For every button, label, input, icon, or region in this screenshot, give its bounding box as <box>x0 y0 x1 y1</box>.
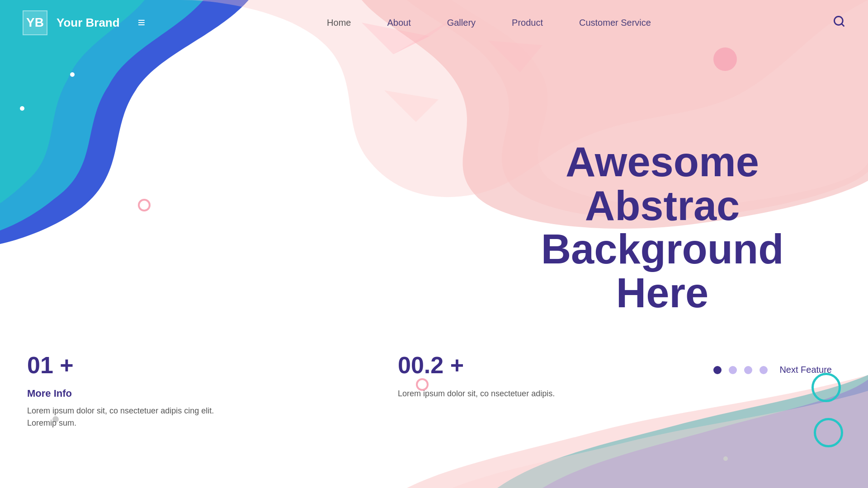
pagination-dot-2[interactable] <box>729 366 737 374</box>
nav-link-gallery[interactable]: Gallery <box>447 18 476 28</box>
logo-letters: YB <box>26 15 44 30</box>
hero-title: Awesome Abstrac Background Here <box>493 140 832 314</box>
logo-box: YB <box>23 10 47 35</box>
stat-item-1: 01 + More Info Lorem ipsum dolor sit, co… <box>27 352 217 429</box>
stat-desc-1: Lorem ipsum dolor sit, co nsectetuer adi… <box>27 405 217 429</box>
decorative-dot-bottom2 <box>723 456 728 461</box>
navbar-links: Home About Gallery Product Customer Serv… <box>327 18 651 28</box>
decorative-circle <box>176 138 193 155</box>
nav-link-home[interactable]: Home <box>327 18 351 28</box>
hero-content: Awesome Abstrac Background Here <box>493 140 832 314</box>
decorative-dot <box>340 87 345 92</box>
nav-link-customer-service[interactable]: Customer Service <box>579 18 651 28</box>
stats-section: 01 + More Info Lorem ipsum dolor sit, co… <box>27 352 555 429</box>
stat-number-1: 01 + <box>27 352 217 379</box>
decorative-dot <box>172 84 176 88</box>
next-feature-label[interactable]: Next Feature <box>779 365 832 375</box>
stat-desc-2: Lorem ipsum dolor sit, co nsectetuer adi… <box>398 388 555 400</box>
brand-name: Your Brand <box>57 16 120 30</box>
svg-line-1 <box>841 23 844 26</box>
stat-label-1: More Info <box>27 388 217 399</box>
stat-item-2: 00.2 + Lorem ipsum dolor sit, co nsectet… <box>398 352 555 400</box>
nav-link-product[interactable]: Product <box>512 18 543 28</box>
decorative-dot <box>20 106 24 111</box>
pink-circle-top <box>713 47 737 71</box>
decorative-circle <box>240 72 253 86</box>
hamburger-menu[interactable]: ≡ <box>138 15 145 30</box>
pagination-dot-1[interactable] <box>713 366 722 374</box>
navbar: YB Your Brand ≡ Home About Gallery Produ… <box>0 0 868 45</box>
navbar-brand: YB Your Brand ≡ <box>23 10 145 35</box>
pagination-dot-4[interactable] <box>760 366 768 374</box>
decorative-dot <box>70 72 75 77</box>
pink-circle-mid <box>138 199 151 211</box>
stat-number-2: 00.2 + <box>398 352 555 379</box>
teal-circle-1 <box>811 373 841 402</box>
hero-title-line2: Background Here <box>541 226 784 316</box>
pagination: Next Feature <box>713 365 832 375</box>
pagination-dot-3[interactable] <box>744 366 752 374</box>
teal-circle-2 <box>814 418 843 447</box>
nav-link-about[interactable]: About <box>387 18 410 28</box>
search-icon[interactable] <box>833 15 845 30</box>
hero-title-line1: Awesome Abstrac <box>566 139 759 229</box>
